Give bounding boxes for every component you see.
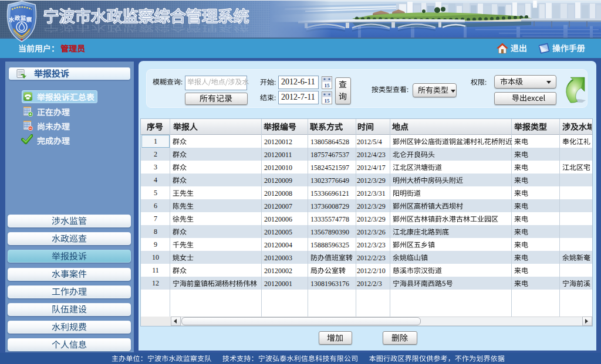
svg-text:15: 15: [325, 83, 330, 89]
svg-text:15: 15: [325, 98, 330, 104]
